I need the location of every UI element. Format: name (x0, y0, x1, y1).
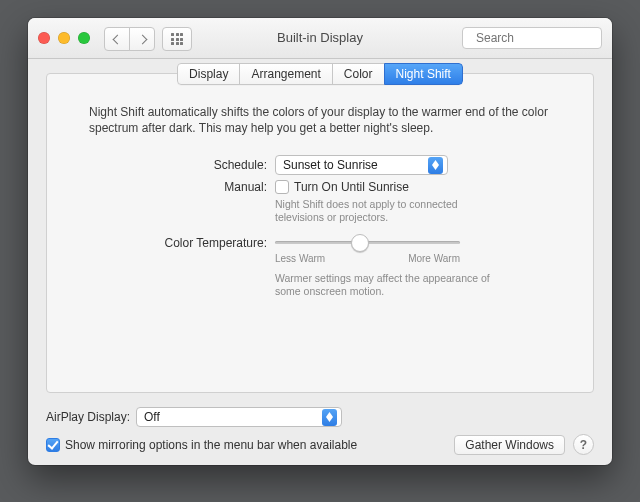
tab-display[interactable]: Display (177, 63, 240, 85)
schedule-popup[interactable]: Sunset to Sunrise (275, 155, 448, 175)
mirroring-row[interactable]: Show mirroring options in the menu bar w… (46, 438, 357, 452)
popup-arrows-icon (428, 157, 443, 174)
tabbar: Display Arrangement Color Night Shift (47, 63, 593, 85)
schedule-value: Sunset to Sunrise (283, 158, 422, 172)
manual-checkbox[interactable] (275, 180, 289, 194)
slider-min-label: Less Warm (275, 253, 325, 264)
airplay-popup[interactable]: Off (136, 407, 342, 427)
search-input[interactable] (474, 30, 628, 46)
manual-label: Manual: (47, 180, 275, 194)
tab-color[interactable]: Color (332, 63, 385, 85)
temperature-slider[interactable] (275, 234, 460, 250)
temperature-hint: Warmer settings may affect the appearanc… (275, 272, 490, 298)
mirroring-label: Show mirroring options in the menu bar w… (65, 438, 357, 452)
manual-hint: Night Shift does not apply to connected … (275, 198, 490, 224)
temperature-label: Color Temperature: (47, 234, 275, 250)
preferences-window: Built-in Display Display Arrangement Col… (28, 18, 612, 465)
airplay-value: Off (144, 410, 316, 424)
tab-arrangement[interactable]: Arrangement (239, 63, 332, 85)
mirroring-checkbox[interactable] (46, 438, 60, 452)
bottom-bar: AirPlay Display: Off Show mirroring opti… (46, 407, 594, 455)
gather-windows-button[interactable]: Gather Windows (454, 435, 565, 455)
popup-arrows-icon (322, 409, 337, 426)
form-area: Schedule: Sunset to Sunrise Manual: (47, 150, 593, 304)
airplay-label: AirPlay Display: (46, 410, 130, 424)
manual-checkbox-label: Turn On Until Sunrise (294, 180, 409, 194)
help-button[interactable]: ? (573, 434, 594, 455)
slider-thumb[interactable] (351, 234, 369, 252)
intro-text: Night Shift automatically shifts the col… (89, 104, 551, 136)
schedule-label: Schedule: (47, 158, 275, 172)
manual-checkbox-row[interactable]: Turn On Until Sunrise (275, 180, 409, 194)
search-field[interactable] (462, 27, 602, 49)
titlebar: Built-in Display (28, 18, 612, 59)
tab-night-shift[interactable]: Night Shift (384, 63, 463, 85)
slider-max-label: More Warm (408, 253, 460, 264)
content-panel: Display Arrangement Color Night Shift Ni… (46, 73, 594, 393)
